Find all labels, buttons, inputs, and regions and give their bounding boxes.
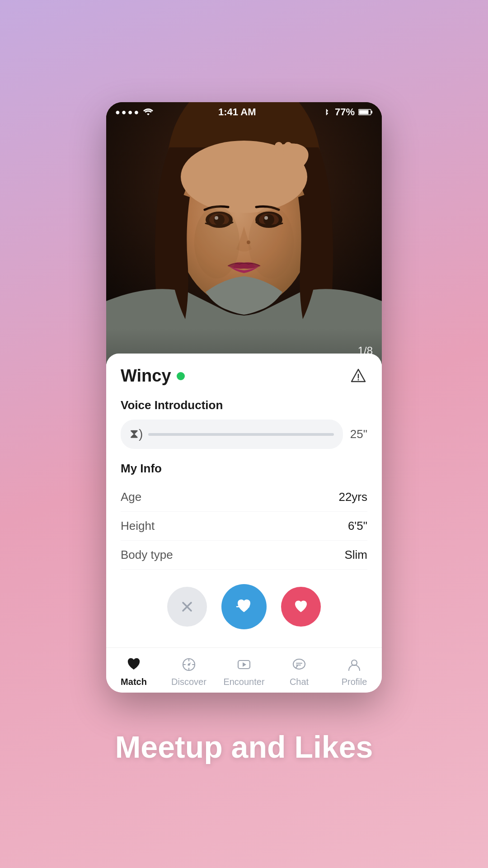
- status-time: 1:41 AM: [218, 106, 256, 118]
- nav-encounter[interactable]: Encounter: [216, 655, 272, 687]
- profile-photo: [106, 102, 382, 364]
- encounter-label: Encounter: [223, 677, 264, 687]
- like-button[interactable]: [281, 587, 321, 627]
- status-signal: ●●●●: [115, 108, 153, 117]
- nav-chat[interactable]: Chat: [272, 655, 327, 687]
- phone-frame: ●●●● 1:41 AM 77%: [106, 102, 382, 693]
- profile-card: Wincy Voice Introduction ⧗) 25": [106, 354, 382, 647]
- signal-dots: ●●●●: [115, 108, 141, 117]
- svg-point-25: [358, 379, 359, 380]
- action-buttons: [121, 577, 367, 638]
- skip-button[interactable]: [167, 587, 207, 627]
- my-info-section: My Info Age 22yrs Height 6'5" Body type …: [121, 462, 367, 570]
- profile-header: Wincy: [121, 366, 367, 386]
- svg-point-23: [249, 206, 294, 278]
- profile-name: Wincy: [121, 366, 171, 386]
- height-row: Height 6'5": [121, 512, 367, 541]
- age-value: 22yrs: [338, 490, 367, 504]
- svg-point-35: [293, 659, 305, 669]
- body-type-value: Slim: [344, 548, 367, 562]
- status-bar: ●●●● 1:41 AM 77%: [106, 102, 382, 122]
- chat-label: Chat: [290, 677, 309, 687]
- status-right: 77%: [321, 106, 373, 118]
- wifi-icon: [143, 108, 153, 116]
- online-indicator: [177, 372, 185, 380]
- height-value: 6'5": [348, 519, 367, 533]
- encounter-icon: [235, 655, 253, 674]
- bluetooth-icon: [321, 108, 331, 116]
- discover-icon: [179, 655, 198, 674]
- age-label: Age: [121, 490, 141, 504]
- body-type-label: Body type: [121, 548, 173, 562]
- match-icon: [124, 655, 143, 674]
- profile-name-row: Wincy: [121, 366, 185, 386]
- chat-icon: [290, 655, 309, 674]
- discover-label: Discover: [171, 677, 206, 687]
- profile-label: Profile: [342, 677, 367, 687]
- health-check-button[interactable]: [221, 584, 267, 629]
- voice-bar[interactable]: ⧗) 25": [121, 420, 367, 449]
- battery-percent: 77%: [335, 106, 355, 118]
- nav-profile[interactable]: Profile: [327, 655, 382, 687]
- nav-discover[interactable]: Discover: [161, 655, 216, 687]
- bottom-nav: Match Discover: [106, 647, 382, 693]
- body-type-row: Body type Slim: [121, 541, 367, 570]
- age-row: Age 22yrs: [121, 483, 367, 512]
- voice-duration: 25": [350, 427, 367, 441]
- svg-point-22: [194, 206, 239, 278]
- svg-rect-1: [371, 111, 372, 113]
- profile-icon: [345, 655, 364, 674]
- height-label: Height: [121, 519, 155, 533]
- nav-match[interactable]: Match: [106, 655, 161, 687]
- voice-waveform: [148, 433, 334, 436]
- voice-intro-label: Voice Introduction: [121, 398, 367, 412]
- photo-section: ●●●● 1:41 AM 77%: [106, 102, 382, 364]
- battery-icon: [358, 108, 373, 116]
- tagline: Meetup and Likes: [115, 729, 373, 766]
- voice-intro-section: Voice Introduction ⧗) 25": [121, 398, 367, 449]
- voice-player[interactable]: ⧗): [121, 420, 343, 449]
- my-info-label: My Info: [121, 462, 367, 476]
- match-label: Match: [121, 677, 147, 687]
- voice-play-icon: ⧗): [130, 427, 143, 442]
- svg-rect-2: [359, 110, 369, 114]
- report-button[interactable]: [349, 367, 367, 385]
